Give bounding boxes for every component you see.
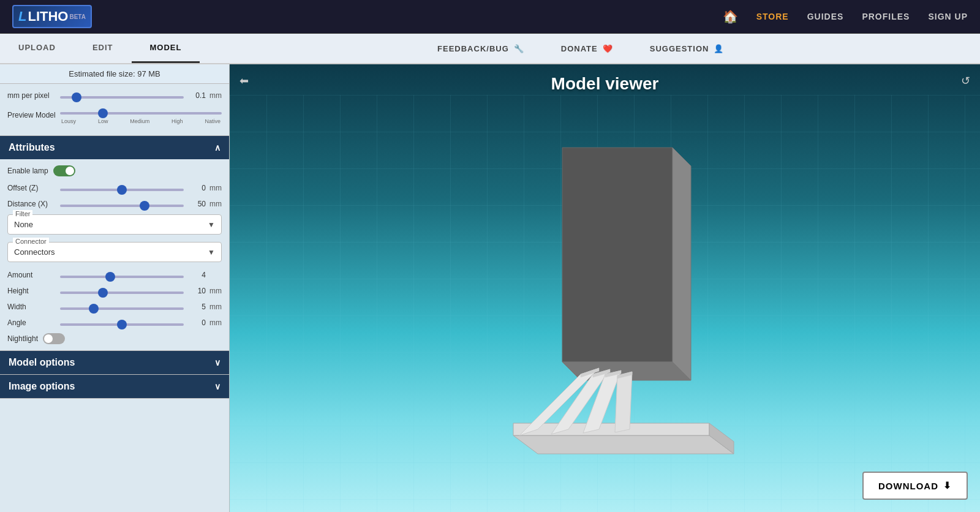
wrench-icon: 🔧 — [514, 44, 524, 53]
angle-value: 0 — [187, 318, 206, 327]
distance-x-slider[interactable] — [60, 205, 184, 207]
model-svg — [391, 129, 820, 484]
nightlight-row: Nightlight — [7, 333, 222, 344]
angle-unit: mm — [209, 318, 222, 327]
donate-label: DONATE — [561, 44, 598, 53]
attributes-content: Enable lamp Offset (Z) 0 mm Distance (X) — [0, 159, 229, 351]
file-size-label: Estimated file size: 97 MB — [69, 69, 160, 78]
mm-per-pixel-section: mm per pixel 0.1 mm Preview Model Lousy … — [0, 84, 229, 136]
nightlight-toggle[interactable] — [43, 333, 65, 344]
3d-viewer[interactable]: ⬅ Model viewer ↺ — [230, 64, 980, 512]
mm-per-pixel-value: 0.1 — [187, 91, 206, 100]
logo-box: L LITHO BETA — [12, 5, 92, 28]
amount-slider-container — [60, 269, 184, 280]
filter-group: Filter None ▼ — [7, 214, 222, 235]
heart-icon: ❤️ — [603, 44, 613, 53]
mm-per-pixel-slider[interactable] — [60, 96, 184, 99]
distance-x-label: Distance (X) — [7, 200, 56, 208]
logo: L LITHO BETA — [12, 5, 92, 28]
nav-guides[interactable]: GUIDES — [807, 12, 844, 21]
connector-value: Connectors — [14, 247, 55, 257]
feedback-label: FEEDBACK/BUG — [437, 44, 509, 53]
svg-marker-2 — [673, 148, 691, 380]
tab-upload[interactable]: UPLOAD — [0, 34, 74, 63]
height-value: 10 — [187, 287, 206, 295]
home-icon[interactable]: 🏠 — [723, 9, 738, 24]
distance-x-value: 50 — [187, 200, 206, 208]
model-options-title: Model options — [9, 357, 75, 368]
image-options-chevron: ∨ — [214, 382, 221, 391]
offset-z-slider[interactable] — [60, 189, 184, 191]
height-slider[interactable] — [60, 292, 184, 294]
svg-marker-1 — [562, 148, 673, 362]
suggestion-action[interactable]: SUGGESTION 👤 — [650, 44, 725, 53]
amount-label: Amount — [7, 271, 56, 279]
filter-select[interactable]: None ▼ — [8, 215, 221, 234]
preview-model-label: Preview Model — [7, 111, 56, 119]
download-button[interactable]: DOWNLOAD ⬇ — [862, 472, 968, 500]
logo-text: LITHO — [28, 9, 68, 24]
refresh-icon[interactable]: ↺ — [961, 74, 970, 88]
tab-model[interactable]: MODEL — [132, 34, 200, 63]
nav-profiles[interactable]: PROFILES — [862, 12, 910, 21]
mm-per-pixel-label: mm per pixel — [7, 91, 56, 100]
filter-arrow: ▼ — [208, 220, 215, 229]
model-container — [230, 101, 980, 512]
angle-label: Angle — [7, 318, 56, 327]
connector-group: Connector Connectors ▼ — [7, 242, 222, 262]
height-slider-container — [60, 285, 184, 296]
attributes-header[interactable]: Attributes ∧ — [0, 136, 229, 159]
enable-lamp-toggle[interactable] — [53, 165, 75, 176]
tab-edit[interactable]: EDIT — [74, 34, 132, 63]
left-panel: Estimated file size: 97 MB mm per pixel … — [0, 64, 230, 512]
distance-x-unit: mm — [209, 200, 222, 208]
logo-beta: BETA — [69, 13, 85, 20]
amount-value: 4 — [187, 271, 206, 279]
image-options-header[interactable]: Image options ∨ — [0, 375, 229, 398]
feedback-bug-action[interactable]: FEEDBACK/BUG 🔧 — [437, 44, 524, 53]
donate-action[interactable]: DONATE ❤️ — [561, 44, 613, 53]
amount-row: Amount 4 — [7, 269, 222, 280]
file-size-bar: Estimated file size: 97 MB — [0, 64, 229, 84]
attributes-chevron: ∧ — [214, 143, 221, 152]
width-value: 5 — [187, 303, 206, 311]
filter-legend: Filter — [13, 210, 32, 217]
width-row: Width 5 mm — [7, 301, 222, 312]
svg-marker-5 — [513, 423, 709, 435]
model-options-header[interactable]: Model options ∨ — [0, 351, 229, 374]
preview-model-slider[interactable] — [60, 112, 222, 115]
angle-slider-container — [60, 317, 184, 328]
width-label: Width — [7, 303, 56, 311]
person-icon: 👤 — [714, 44, 724, 53]
download-icon: ⬇ — [943, 480, 952, 491]
viewer-title: Model viewer — [230, 64, 980, 94]
mm-per-pixel-unit: mm — [209, 91, 222, 100]
height-row: Height 10 mm — [7, 285, 222, 296]
image-options-section: Image options ∨ — [0, 375, 229, 399]
offset-z-unit: mm — [209, 184, 222, 192]
expand-icon[interactable]: ⬅ — [239, 74, 249, 88]
nav-signup[interactable]: SIGN UP — [928, 12, 968, 21]
download-label: DOWNLOAD — [878, 481, 938, 491]
mm-per-pixel-row: mm per pixel 0.1 mm — [7, 90, 222, 101]
enable-lamp-label: Enable lamp — [7, 167, 48, 175]
preview-model-slider-container: Lousy Low Medium High Native — [60, 106, 222, 124]
angle-slider[interactable] — [60, 323, 184, 326]
connector-arrow: ▼ — [208, 248, 215, 257]
attributes-title: Attributes — [9, 142, 55, 153]
top-nav: L LITHO BETA 🏠 STORE GUIDES PROFILES SIG… — [0, 0, 980, 34]
filter-value: None — [14, 220, 33, 229]
nav-store[interactable]: STORE — [756, 12, 789, 21]
width-slider[interactable] — [60, 307, 184, 310]
connector-select[interactable]: Connectors ▼ — [8, 243, 221, 262]
model-options-section: Model options ∨ — [0, 351, 229, 375]
width-slider-container — [60, 301, 184, 312]
enable-lamp-knob — [66, 167, 74, 175]
model-options-chevron: ∨ — [214, 358, 221, 367]
nightlight-label: Nightlight — [7, 334, 38, 343]
offset-z-value: 0 — [187, 184, 206, 192]
image-options-title: Image options — [9, 381, 75, 392]
svg-marker-13 — [615, 372, 632, 432]
amount-slider[interactable] — [60, 276, 184, 278]
nightlight-knob — [44, 334, 53, 343]
